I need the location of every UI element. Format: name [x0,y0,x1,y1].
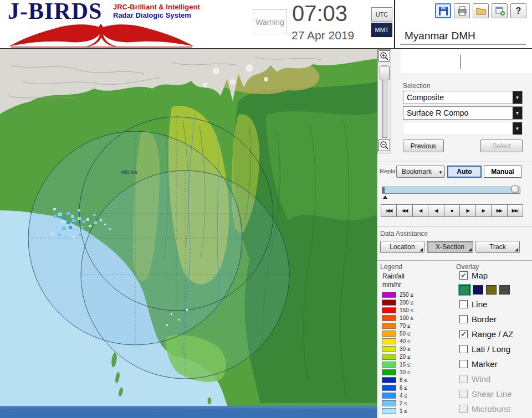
zoom-slider-thumb[interactable] [380,66,390,80]
x-section-button[interactable]: X-Section [427,241,473,253]
utc-button[interactable]: UTC [371,7,392,22]
map-style-swatches [459,285,510,295]
previous-button[interactable]: Previous [403,140,444,152]
checkbox[interactable] [459,315,468,323]
folder-icon [475,6,487,17]
warning-button[interactable]: Warning [253,9,287,34]
overlay-item-lati-long[interactable]: Lati / Long [459,344,510,354]
last-frame-button[interactable]: ▶▶| [507,204,523,217]
chevron-down-icon[interactable]: ▼ [513,107,522,119]
legend-unit: mm/hr [382,281,401,288]
checkbox[interactable] [459,360,468,368]
bookmark-button[interactable]: Bookmark ▼ [396,166,445,178]
stop-button[interactable]: ■ [444,204,460,217]
zoom-control [377,49,391,153]
checkbox[interactable]: ✔ [459,271,468,280]
print-icon [457,6,468,17]
chevron-down-icon[interactable]: ▼ [513,91,522,104]
chevron-down-icon: ▼ [438,170,443,175]
data-assistance-section: Data Assistance Location X-Section Track [377,226,532,260]
timeline-marker-icon [383,195,387,199]
timeline-slider-track[interactable] [382,187,520,194]
subproduct-dropdown[interactable]: Surface R Compo ▼ [403,106,523,120]
checkbox[interactable] [459,300,468,308]
overlay-item-border[interactable]: Border [459,314,497,324]
radar-map[interactable]: 480 km [0,49,377,418]
zoom-out-button[interactable] [378,140,390,151]
color-swatch [382,300,396,306]
corner-arrow-icon [468,248,472,251]
color-swatch [382,362,396,368]
overlay-item-marker[interactable]: Marker [459,359,498,369]
data-assistance-label: Data Assistance [380,230,428,238]
legend-row: 30 ≤ [382,345,413,352]
jbirds-app: J-BIRDS JRC-Brilliant & Intelligent Rada… [0,0,532,418]
legend-row: 40 ≤ [382,338,413,344]
checkbox[interactable]: ✔ [459,330,468,338]
color-swatch [382,354,396,360]
legend-row: 1 ≤ [382,407,413,414]
new-window-button[interactable] [492,3,508,18]
track-button[interactable]: Track [475,241,520,253]
text-caret [461,55,461,69]
help-button[interactable]: ? [510,3,526,18]
mmt-button[interactable]: MMT [371,23,392,37]
add-window-icon [494,6,505,17]
parameter-dropdown[interactable]: ▼ [403,122,523,135]
range-distance-label: 480 km [121,169,137,175]
legend-row: 250 ≤ [382,291,413,298]
fast-rewind-button[interactable]: ◀◀ [396,204,412,217]
legend-row: 10 ≤ [382,369,413,375]
map-style-hatched[interactable] [499,285,510,295]
header: J-BIRDS JRC-Brilliant & Intelligent Rada… [0,0,532,49]
map-style-navy[interactable] [473,285,483,295]
control-panel: Selection Composite ▼ Surface R Compo ▼ … [377,49,532,418]
color-swatch [382,393,396,399]
overlay-item-map[interactable]: ✔ Map [459,271,488,280]
color-swatch [382,307,396,313]
play-button[interactable]: ▶ [475,204,492,217]
zoom-in-button[interactable] [378,50,390,62]
overlay-item-microburst: Microburst [459,404,510,414]
legend-row: 2 ≤ [382,400,413,406]
timeline-slider-thumb[interactable] [511,185,519,193]
first-frame-button[interactable]: |◀◀ [381,204,397,217]
logo-subtitle-1: JRC-Brilliant & Intelligent [113,3,200,12]
auto-mode-button[interactable]: Auto [447,166,482,178]
eagle-logo-icon [7,22,195,48]
corner-arrow-icon [420,248,423,251]
logo-subtitle-2: Radar Dialogic System [113,12,200,20]
map-style-olive[interactable] [486,285,497,295]
playback-controls: |◀◀ ◀◀ ◀ ◀| ■ |▶ ▶ ▶▶ ▶▶| [381,204,523,217]
product-dropdown-value: Composite [407,93,444,102]
zoom-in-icon [380,51,389,61]
legend-row: 200 ≤ [382,299,413,306]
step-forward-button[interactable]: |▶ [459,204,475,217]
legend-label: Legend [380,263,402,271]
overlay-item-range-az[interactable]: ✔ Range / AZ [459,329,513,339]
header-divider [394,0,395,48]
overlay-item-line[interactable]: Line [459,300,487,309]
legend-row: 15 ≤ [382,361,413,368]
checkbox [459,390,468,398]
rainfall-color-scale: 250 ≤ 200 ≤ 150 ≤ 100 ≤ 70 ≤ 50 ≤ 40 ≤ 3… [382,291,413,415]
manual-mode-button[interactable]: Manual [484,166,521,178]
color-swatch [382,292,396,298]
location-button[interactable]: Location [380,241,424,253]
corner-arrow-icon [515,248,518,251]
product-dropdown[interactable]: Composite ▼ [403,91,523,104]
chevron-down-icon[interactable]: ▼ [513,122,522,135]
subproduct-dropdown-value: Surface R Compo [407,109,468,117]
fast-forward-button[interactable]: ▶▶ [491,204,507,217]
play-reverse-button[interactable]: ◀ [412,204,428,217]
checkbox[interactable] [459,345,468,353]
help-icon: ? [516,6,521,16]
color-swatch [382,369,396,375]
command-input[interactable] [401,49,532,74]
save-button[interactable] [435,3,451,18]
print-button[interactable] [454,3,470,18]
save-icon [438,6,449,17]
step-back-button[interactable]: ◀| [428,204,444,217]
map-style-green[interactable] [459,285,470,295]
open-folder-button[interactable] [473,3,489,18]
